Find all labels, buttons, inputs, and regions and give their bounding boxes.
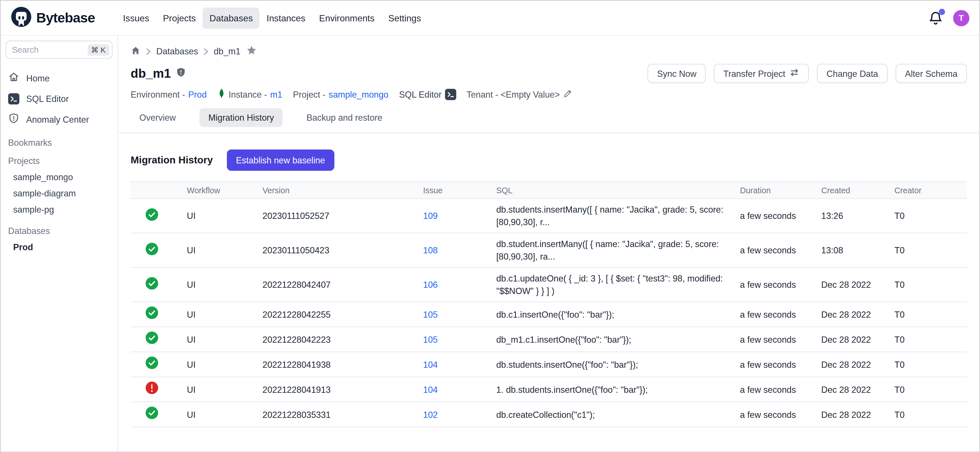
topnav-item[interactable]: Instances [259,7,312,29]
issue-link[interactable]: 102 [423,409,438,419]
tab-item[interactable]: Backup and restore [298,108,391,127]
instance-link[interactable]: m1 [270,89,282,99]
creator-cell: T0 [887,233,967,268]
sql-editor-meta[interactable]: SQL Editor [399,89,456,100]
success-check-icon [146,357,158,369]
created-cell: Dec 28 2022 [814,377,887,402]
sql-cell: db.c1.updateOne( { _id: 3 }, [ { $set: {… [489,268,733,302]
avatar[interactable]: T [953,10,969,26]
sync-now-button[interactable]: Sync Now [648,64,706,83]
issue-link[interactable]: 106 [423,280,438,289]
sidebar-item-label: Anomaly Center [26,114,89,124]
sql-editor-label: SQL Editor [399,89,441,99]
search-box[interactable]: ⌘ K [6,41,113,59]
tab-item[interactable]: Migration History [200,108,283,127]
col-creator: Creator [887,182,967,198]
sql-cell: db.createCollection("c1"); [489,402,733,427]
sidebar-section-bookmarks: Bookmarks [8,137,113,147]
tab-bar: Overview Migration History Backup and re… [118,108,979,133]
workflow-cell: UI [180,199,255,233]
breadcrumb: Databases db_m1 [130,45,967,57]
sidebar-projects-list: sample_mongo sample-diagram sample-pg [6,169,113,217]
sidebar-item-label: SQL Editor [26,94,68,104]
workflow-cell: UI [180,233,255,268]
success-check-icon [146,208,158,220]
breadcrumb-databases[interactable]: Databases [156,46,198,56]
issue-link[interactable]: 104 [423,384,438,394]
breadcrumb-home-icon[interactable] [130,45,140,57]
version-cell: 20221228042223 [255,327,416,352]
success-check-icon [146,407,158,419]
table-row[interactable]: UI 20230111052527 109 db.students.insert… [130,199,967,233]
search-input[interactable] [12,45,87,54]
topnav-item[interactable]: Databases [202,7,259,29]
sidebar-item-label: Home [26,73,49,83]
issue-link[interactable]: 105 [423,334,438,344]
workflow-cell: UI [180,402,255,427]
workflow-cell: UI [180,377,255,402]
edit-pencil-icon[interactable] [563,89,572,100]
table-row[interactable]: UI 20230111050423 108 db.student.insertM… [130,233,967,268]
database-name: db_m1 [130,66,171,81]
topnav-item[interactable]: Settings [381,7,428,29]
created-cell: Dec 28 2022 [814,302,887,327]
table-row[interactable]: UI 20221228042223 105 db_m1.c1.insertOne… [130,327,967,352]
bytebase-logo[interactable]: Bytebase [11,6,95,29]
app-window: Bytebase Issues Projects Databases Insta… [0,0,980,452]
creator-cell: T0 [887,327,967,352]
sidebar-item-sql-editor[interactable]: SQL Editor [6,88,113,109]
table-row[interactable]: UI 20221228042255 105 db.c1.insertOne({"… [130,302,967,327]
issue-link[interactable]: 108 [423,245,438,255]
sidebar-project-item[interactable]: sample-pg [6,201,113,218]
migration-history-section: Migration History Establish new baseline… [118,133,979,427]
anomaly-shield-icon [8,113,20,126]
table-row[interactable]: UI 20221228035331 102 db.createCollectio… [130,402,967,427]
topnav-item[interactable]: Environments [312,7,381,29]
table-row[interactable]: UI 20221228041913 104 1. db.students.ins… [130,377,967,402]
col-workflow: Workflow [180,182,255,198]
duration-cell: a few seconds [733,199,814,233]
sidebar: ⌘ K Home SQL Editor [0,35,118,452]
topnav-item[interactable]: Issues [116,7,156,29]
sidebar-project-item[interactable]: sample_mongo [6,169,113,185]
creator-cell: T0 [887,199,967,233]
duration-cell: a few seconds [733,233,814,268]
environment-link[interactable]: Prod [188,89,207,99]
creator-cell: T0 [887,352,967,377]
workflow-cell: UI [180,268,255,302]
creator-cell: T0 [887,402,967,427]
sidebar-section-databases: Databases [8,226,113,236]
tab-item[interactable]: Overview [130,108,185,127]
establish-baseline-button[interactable]: Establish new baseline [227,149,334,171]
table-row[interactable]: UI 20221228041938 104 db.students.insert… [130,352,967,377]
col-issue: Issue [415,182,488,198]
sidebar-database-item[interactable]: Prod [6,239,113,255]
sql-cell: db.students.insertOne({"foo": "bar"}); [489,352,733,377]
project-link[interactable]: sample_mongo [329,89,388,99]
notifications-button[interactable] [928,10,943,26]
sidebar-item-anomaly-center[interactable]: Anomaly Center [6,109,113,129]
top-navigation-bar: Bytebase Issues Projects Databases Insta… [0,0,980,35]
version-cell: 20221228042255 [255,302,416,327]
environment-label: Environment - [130,89,185,99]
version-cell: 20221228041913 [255,377,416,402]
star-icon[interactable] [246,45,256,57]
issue-link[interactable]: 109 [423,211,438,221]
issue-link[interactable]: 104 [423,359,438,369]
transfer-project-button[interactable]: Transfer Project [714,64,809,83]
sidebar-project-item[interactable]: sample-diagram [6,185,113,201]
home-icon [8,72,20,85]
sql-editor-icon[interactable] [445,89,456,100]
sidebar-item-home[interactable]: Home [6,67,113,88]
alter-schema-button[interactable]: Alter Schema [896,64,967,83]
brand-wordmark: Bytebase [36,10,95,26]
issue-link[interactable]: 105 [423,310,438,319]
duration-cell: a few seconds [733,352,814,377]
tenant-label: Tenant - <Empty Value> [467,89,560,99]
title-row: db_m1 Sync Now Transfer Project [130,64,967,83]
change-data-button[interactable]: Change Data [817,64,887,83]
table-row[interactable]: UI 20221228042407 106 db.c1.updateOne( {… [130,268,967,302]
topnav-item[interactable]: Projects [156,7,202,29]
sidebar-databases-list: Prod [6,239,113,255]
created-cell: 13:26 [814,199,887,233]
